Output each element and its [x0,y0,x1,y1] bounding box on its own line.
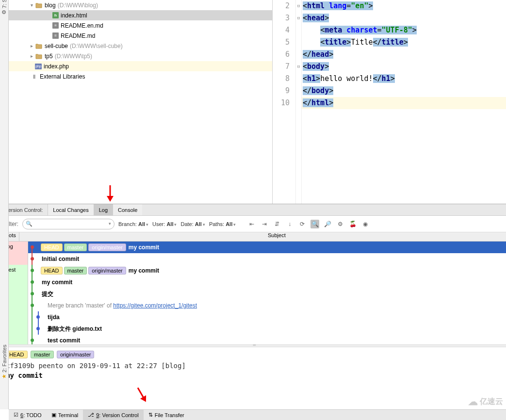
tab-console[interactable]: Console [113,204,142,215]
commit-detail: HEAD master origin/master cf3109b peento… [0,347,506,396]
tab-icon: ⇅ [148,412,153,418]
commit-subject: my commit [129,267,159,274]
tree-label: README.md [61,32,95,39]
tree-item[interactable]: hindex.html [9,10,272,20]
log-row[interactable]: 提交 [28,288,506,300]
tab-icon: ⎇ [88,412,94,418]
editor-pane[interactable]: 2345678910 ⊟⊟⊟ <html lang="en"><head> <m… [273,0,506,204]
library-icon: ⫴ [30,73,38,81]
filter-search[interactable]: 🔍 ▾ [22,219,114,229]
md-file-icon: ≡ [52,22,59,29]
expand-icon[interactable]: ⇥ [260,220,269,228]
tree-hint: (D:\WWW\tp5) [55,53,92,60]
tree-item[interactable]: ≡README.md [9,31,272,41]
badge-master: master [31,351,54,358]
search-icon: 🔍 [26,221,33,227]
cloud-icon: ☁ [468,396,478,407]
tree-label: index.html [61,12,87,19]
log-row[interactable]: my commit [28,276,506,288]
graph-cell [30,253,41,265]
md-file-icon: ≡ [52,32,59,39]
ref-badge: HEAD [41,267,63,275]
date-filter[interactable]: Date: All▾ [180,221,205,227]
user-filter[interactable]: User: All▾ [152,221,177,227]
favorites-tab[interactable]: ★2: Favorites [1,345,7,379]
structure-tab[interactable]: ⚙7: Structure [1,0,7,15]
log-row[interactable]: Merge branch 'master' of https://gitee.c… [28,300,506,311]
main-area: ⚙7: Structure ▾blog(D:\WWW\blog)hindex.h… [0,0,506,204]
commit-link[interactable]: https://gitee.com/project_1/gitest [113,302,197,309]
log-row[interactable]: 删除文件 gidemo.txt [28,323,506,335]
log-row[interactable]: tijda [28,311,506,323]
php-file-icon: php [35,64,42,69]
log-row[interactable]: HEADmasterorigin/mastermy commit [28,242,506,253]
tree-item[interactable]: ▸sell-cube(D:\WWW\sell-cube) [9,41,272,51]
dropdown-icon[interactable]: ▾ [109,221,111,226]
search-2-icon[interactable]: 🔎 [323,220,332,228]
code-area[interactable]: <html lang="en"><head> <meta charset="UT… [302,0,506,204]
tree-label: sell-cube [45,43,68,49]
log-row[interactable]: test commit [28,335,506,344]
vc-filter-bar: Filter: 🔍 ▾ Branch: All▾ User: All▾ Date… [0,216,506,232]
ref-badge: master [64,243,87,251]
commit-subject: Merge branch 'master' of https://gitee.c… [48,302,197,309]
intellisort-icon[interactable]: ⇵ [273,220,281,228]
cherry-pick-icon[interactable]: 🍒 [348,220,357,228]
preview-icon[interactable]: 🔍 [310,220,319,228]
left-gutter-lower: ★2: Favorites [0,204,9,409]
tree-label: index.php [44,63,69,70]
log-row[interactable]: Initial commit [28,253,506,265]
bottom-tab[interactable]: ⇅File Transfer [144,410,189,420]
tree-item[interactable]: ▾blog(D:\WWW\blog) [9,0,272,10]
left-tool-gutter: ⚙7: Structure [0,0,9,204]
tab-local-changes[interactable]: Local Changes [48,204,93,215]
log-list[interactable]: HEADmasterorigin/mastermy commitInitial … [28,242,506,344]
commit-subject: my commit [42,279,72,286]
tree-item[interactable]: ▸tp5(D:\WWW\tp5) [9,51,272,61]
tree-hint: (D:\WWW\sell-cube) [70,43,123,49]
highlight-icon[interactable]: ◉ [361,220,370,228]
html-file-icon: h [52,12,59,18]
tree-arrow-icon[interactable]: ▸ [28,43,35,48]
ref-badge: origin/master [88,267,126,275]
ref-badge: origin/master [88,243,126,251]
commit-message: my commit [6,372,500,379]
tree-hint: (D:\WWW\blog) [58,2,98,9]
tab-icon: ▣ [51,412,56,418]
graph-cell [30,323,47,335]
folder-icon [35,1,43,9]
tree-item[interactable]: phpindex.php [9,61,272,71]
bottom-tab[interactable]: ⎇9: Version Control [83,410,143,420]
refresh-icon[interactable]: ⟳ [298,220,307,228]
tab-label: 9: Version Control [96,412,138,418]
tree-item[interactable]: ⫴External Libraries [9,71,272,81]
log-row[interactable]: HEADmasterorigin/mastermy commit [28,265,506,276]
commit-info: cf3109b peento on 2019-09-11 at 22:27 [b… [6,362,500,370]
branch-filter[interactable]: Branch: All▾ [118,221,148,227]
collapse-icon[interactable]: ⇤ [247,220,256,228]
graph-cell [30,288,41,300]
goto-icon[interactable]: ↓ [285,220,294,228]
paths-filter[interactable]: Paths: All▾ [209,221,236,227]
subject-header[interactable]: Subject [19,232,506,241]
tree-arrow-icon[interactable]: ▸ [28,53,35,59]
vc-tab-bar: Version Control: Local Changes Log Conso… [0,204,506,216]
tree-item[interactable]: ≡README.en.md [9,20,272,31]
ref-badge: master [64,267,87,275]
settings-icon[interactable]: ⚙ [336,220,344,228]
watermark: ☁ 亿速云 [468,396,503,407]
bottom-tab[interactable]: ▣Terminal [47,410,83,420]
graph-cell [30,242,41,253]
panel-resizer[interactable] [0,344,506,347]
tab-label: File Transfer [155,412,184,418]
folder-icon [35,42,43,50]
project-tree[interactable]: ▾blog(D:\WWW\blog)hindex.html≡README.en.… [9,0,273,204]
tab-log[interactable]: Log [94,204,113,215]
tree-label: blog [45,2,56,9]
graph-cell [30,311,47,323]
bottom-tab[interactable]: ☑6: TODO [9,410,47,420]
tree-arrow-icon[interactable]: ▾ [28,2,35,8]
ref-badge: HEAD [41,243,63,251]
fold-column[interactable]: ⊟⊟⊟ [296,0,302,204]
version-control-panel: Version Control: Local Changes Log Conso… [0,204,506,396]
